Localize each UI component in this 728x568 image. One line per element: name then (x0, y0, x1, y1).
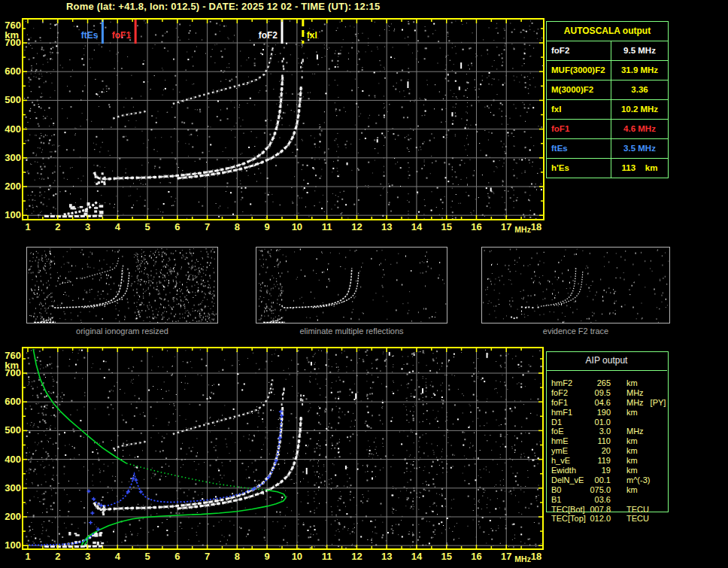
x-tick-label: 9 (265, 551, 270, 562)
aip-row-hvE: h_vE119km (546, 456, 669, 466)
aip-label: hmF1 (546, 408, 587, 418)
x-tick-label: 8 (235, 221, 240, 232)
autoscala-row-value: 113 km (611, 159, 668, 178)
aip-unit (611, 418, 626, 427)
x-tick-label: 1 (25, 221, 30, 232)
aip-value: 119 (587, 456, 611, 466)
aip-label: DelN_vE (546, 475, 587, 485)
x-tick-label: 12 (351, 551, 362, 562)
aip-value: 265 (587, 378, 611, 388)
thumbnail-eliminate-multiples-image (256, 247, 447, 323)
aip-value: 012.0 (587, 514, 611, 524)
autoscala-row-MUF3000F2: MUF(3000)F231.9 MHz (547, 61, 668, 80)
axis-labels: 760700600500400300200100km12345678910111… (5, 350, 541, 563)
x-tick-label: 9 (265, 221, 270, 232)
marker-label-foF2: foF2 (259, 30, 278, 41)
aip-unit: MHz (611, 398, 644, 408)
autoscala-row-hEs: h'Es113 km (547, 159, 668, 178)
ionogram-plot-main: ftEsfoF1foF2fxI760700600500400300200100k… (0, 14, 549, 239)
aip-extra (638, 485, 645, 495)
autoscala-row-label: h'Es (547, 159, 611, 178)
ionogram-traces (44, 379, 303, 546)
grid-lines (23, 348, 542, 548)
noise-speckle (24, 20, 543, 220)
x-tick-label: 2 (55, 551, 60, 562)
x-tick-label: 14 (411, 221, 423, 232)
thumbnail-evidence-f2-image (481, 247, 670, 323)
aip-row-hmF2: hmF2265km (546, 378, 669, 388)
autoscala-row-value: 4.6 MHz (611, 120, 668, 138)
aip-row-TECTop: TEC[Top]012.0TECU (546, 514, 669, 524)
x-tick-label: 7 (205, 221, 210, 232)
y-tick-label: 200 (5, 511, 21, 522)
autoscala-row-label: fxI (547, 100, 611, 119)
marker-label-fxI: fxI (307, 30, 317, 41)
y-tick-label: 600 (5, 396, 21, 407)
y-axis-unit: km (5, 29, 19, 41)
aip-value: 01.0 (587, 418, 611, 427)
y-tick-label: 500 (5, 94, 21, 105)
autoscala-row-value: 3.5 MHz (611, 139, 668, 158)
y-tick-label: 500 (5, 424, 21, 436)
aip-extra (638, 436, 645, 446)
aip-extra (649, 514, 656, 524)
aip-extra (644, 427, 651, 436)
aip-extra (626, 495, 633, 505)
y-tick-label: 700 (5, 37, 21, 48)
y-tick-label: 300 (5, 152, 21, 163)
aip-extra (650, 475, 657, 485)
aip-table-rows: hmF2265kmfoF209.5MHzfoF104.6MHz[PY]hmF11… (546, 378, 669, 524)
y-tick-label: 400 (5, 123, 21, 135)
aip-row-ymE: ymE20km (546, 446, 669, 456)
thumbnail-evidence-f2: evidence F2 trace (481, 247, 670, 327)
y-tick-label: 760 (5, 20, 21, 31)
x-tick-label: 15 (441, 551, 451, 562)
autoscala-row-value: 31.9 MHz (611, 61, 668, 80)
x-axis-unit: MHz (514, 554, 531, 563)
aip-extra (626, 418, 633, 427)
x-tick-label: 6 (174, 551, 180, 562)
aip-label: Ewidth (546, 466, 587, 475)
autoscala-table-header: AUTOSCALA output (547, 22, 668, 41)
x-tick-label: 17 (501, 551, 511, 562)
x-tick-label: 14 (411, 551, 423, 562)
x-tick-label: 3 (85, 551, 90, 562)
autoscala-row-foF1: foF14.6 MHz (547, 120, 668, 139)
aip-output-table: AIP output hmF2265kmfoF209.5MHzfoF104.6M… (546, 351, 669, 524)
aip-row-B0: B0075.0km (546, 485, 669, 495)
scaled-frequency-markers: ftEsfoF1foF2fxI (81, 20, 317, 44)
aip-value: 110 (587, 436, 611, 446)
autoscala-row-value: 10.2 MHz (611, 100, 668, 119)
aip-value: 03.6 (587, 495, 611, 505)
aip-label: h_vE (546, 456, 587, 466)
aip-unit: km (611, 485, 638, 495)
profile-and-restored-trace (29, 349, 286, 545)
y-tick-label: 760 (5, 350, 21, 361)
aip-value: 04.6 (587, 398, 611, 408)
aip-row-TECBot: TEC[Bot]007.8TECU (546, 505, 669, 515)
autoscala-row-label: ftEs (547, 139, 611, 158)
x-tick-label: 4 (115, 221, 121, 232)
ionogram-traces (44, 49, 304, 216)
autoscala-row-ftEs: ftEs3.5 MHz (547, 139, 668, 159)
x-tick-label: 18 (531, 551, 541, 562)
x-tick-label: 10 (292, 551, 302, 562)
ionogram-plot-profile: 760700600500400300200100km12345678910111… (0, 342, 549, 568)
x-tick-label: 5 (144, 221, 150, 232)
aip-row-B1: B103.6 (546, 495, 669, 505)
autoscala-row-label: foF2 (547, 41, 611, 60)
aip-unit: km (611, 466, 638, 475)
thumbnail-frame (27, 248, 218, 323)
thumbnail-original-ionogram-image (26, 247, 218, 323)
aip-value: 007.8 (587, 505, 611, 515)
aip-extra (638, 408, 645, 418)
y-tick-label: 400 (5, 454, 21, 465)
autoscala-row-label: M(3000)F2 (547, 80, 611, 99)
x-tick-label: 18 (531, 221, 541, 232)
x-tick-label: 16 (471, 221, 481, 232)
aip-unit: TECU (611, 505, 649, 515)
thumbnail-caption: original ionogram resized (26, 327, 218, 336)
aip-row-DelNvE: DelN_vE00.1m^(-3) (546, 475, 669, 485)
x-tick-label: 2 (55, 221, 60, 232)
page-title: Rome (lat: +41.8, lon: 012.5) - DATE: 20… (66, 1, 380, 12)
